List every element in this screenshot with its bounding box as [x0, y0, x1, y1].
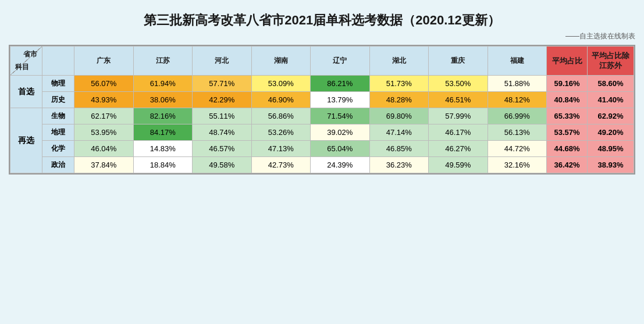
- cell-0-1-3: 46.90%: [251, 92, 311, 108]
- cell-1-1-5: 47.14%: [369, 124, 429, 141]
- cell-0-1-0: 43.93%: [74, 92, 134, 108]
- cell-1-2-1: 14.83%: [133, 141, 193, 157]
- category-0: 首选: [10, 76, 42, 108]
- col-header-avg2: 平均占比除江苏外: [588, 47, 634, 76]
- cell-0-1-6: 46.51%: [429, 92, 488, 108]
- cell-0-0-1: 61.94%: [133, 76, 193, 92]
- subject-0-1: 历史: [42, 92, 74, 108]
- cell-1-3-7: 32.16%: [488, 157, 547, 173]
- cell-1-2-5: 46.85%: [369, 141, 429, 157]
- cell-1-3-0: 37.84%: [74, 157, 134, 173]
- cell-1-1-0: 53.95%: [74, 124, 134, 141]
- cell-1-3-2: 49.58%: [193, 157, 252, 173]
- cell-1-2-7: 44.72%: [488, 141, 547, 157]
- cell-1-2-4: 65.04%: [311, 141, 370, 157]
- col-header-province: [42, 47, 74, 76]
- cell-1-1-8: 53.57%: [547, 124, 588, 141]
- col-header-jiangsu: 江苏: [133, 47, 193, 76]
- col-header-hebei: 河北: [193, 47, 252, 76]
- subject-1-3: 政治: [42, 157, 74, 173]
- subject-0-0: 物理: [42, 76, 74, 92]
- cell-1-1-7: 56.13%: [488, 124, 547, 141]
- cell-1-0-5: 69.80%: [369, 108, 429, 124]
- page-title: 第三批新高考改革八省市2021届单科选考数据（2020.12更新）: [144, 12, 500, 29]
- cell-1-0-1: 82.16%: [133, 108, 193, 124]
- col-header-hunan: 湖南: [251, 47, 311, 76]
- cell-0-0-6: 53.50%: [429, 76, 488, 92]
- cell-0-0-0: 56.07%: [74, 76, 134, 92]
- col-header-hubei: 湖北: [369, 47, 429, 76]
- cell-1-1-1: 84.17%: [133, 124, 193, 141]
- cell-0-1-9: 41.40%: [588, 92, 634, 108]
- data-table: 省市 科目 广东 江苏 河北 湖南 辽宁 湖北 重庆 福建 平均占比 平均占比除…: [10, 46, 634, 173]
- subject-1-1: 地理: [42, 124, 74, 141]
- cell-1-0-0: 62.17%: [74, 108, 134, 124]
- cell-0-0-8: 59.16%: [547, 76, 588, 92]
- cell-0-0-3: 53.09%: [251, 76, 311, 92]
- cell-0-0-4: 86.21%: [311, 76, 370, 92]
- col-header-guangdong: 广东: [74, 47, 134, 76]
- subject-1-0: 生物: [42, 108, 74, 124]
- subtitle: ——自主选拔在线制表: [9, 31, 635, 41]
- cell-1-2-0: 46.04%: [74, 141, 134, 157]
- cell-1-3-8: 36.42%: [547, 157, 588, 173]
- cell-0-0-2: 57.71%: [193, 76, 252, 92]
- cell-1-1-2: 48.74%: [193, 124, 252, 141]
- cell-1-2-9: 48.95%: [588, 141, 634, 157]
- col-header-chongqing: 重庆: [429, 47, 488, 76]
- cell-1-2-3: 47.13%: [251, 141, 311, 157]
- cell-1-3-5: 36.23%: [369, 157, 429, 173]
- cell-1-2-6: 46.27%: [429, 141, 488, 157]
- col-header-avg: 平均占比: [547, 47, 588, 76]
- corner-subject-label: 科目: [15, 62, 29, 72]
- cell-1-0-2: 55.11%: [193, 108, 252, 124]
- corner-province-label: 省市: [23, 49, 37, 59]
- col-header-liaoning: 辽宁: [311, 47, 370, 76]
- cell-1-0-7: 66.99%: [488, 108, 547, 124]
- corner-header: 省市 科目: [10, 47, 42, 76]
- cell-1-0-4: 71.54%: [311, 108, 370, 124]
- cell-1-0-3: 56.86%: [251, 108, 311, 124]
- cell-0-0-5: 51.73%: [369, 76, 429, 92]
- cell-0-1-1: 38.06%: [133, 92, 193, 108]
- cell-1-0-8: 65.33%: [547, 108, 588, 124]
- cell-1-3-1: 18.84%: [133, 157, 193, 173]
- cell-1-1-3: 53.26%: [251, 124, 311, 141]
- cell-1-3-9: 38.93%: [588, 157, 634, 173]
- cell-1-0-9: 62.92%: [588, 108, 634, 124]
- cell-0-1-5: 48.28%: [369, 92, 429, 108]
- col-header-fujian: 福建: [488, 47, 547, 76]
- cell-1-3-3: 42.73%: [251, 157, 311, 173]
- cell-1-2-8: 44.68%: [547, 141, 588, 157]
- cell-1-1-9: 49.20%: [588, 124, 634, 141]
- cell-0-1-8: 40.84%: [547, 92, 588, 108]
- cell-0-0-7: 51.88%: [488, 76, 547, 92]
- data-table-wrapper: 省市 科目 广东 江苏 河北 湖南 辽宁 湖北 重庆 福建 平均占比 平均占比除…: [9, 45, 635, 175]
- cell-1-2-2: 46.57%: [193, 141, 252, 157]
- cell-1-1-6: 46.17%: [429, 124, 488, 141]
- cell-1-3-4: 24.39%: [311, 157, 370, 173]
- cell-0-1-4: 13.79%: [311, 92, 370, 108]
- category-1: 再选: [10, 108, 42, 173]
- cell-0-1-7: 48.12%: [488, 92, 547, 108]
- cell-1-3-6: 49.59%: [429, 157, 488, 173]
- cell-0-0-9: 58.60%: [588, 76, 634, 92]
- cell-0-1-2: 42.29%: [193, 92, 252, 108]
- cell-1-0-6: 57.99%: [429, 108, 488, 124]
- cell-1-1-4: 39.02%: [311, 124, 370, 141]
- subject-1-2: 化学: [42, 141, 74, 157]
